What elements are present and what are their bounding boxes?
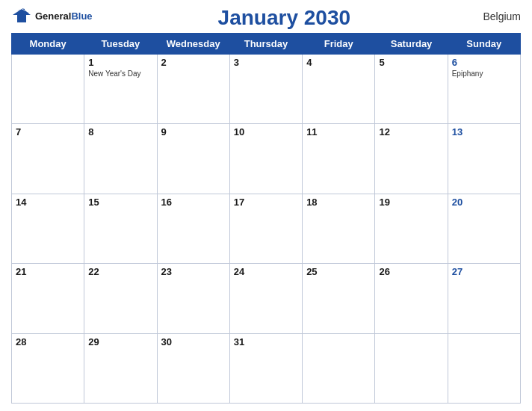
calendar-body: 1New Year's Day23456Epiphany789101112131… [12, 55, 521, 404]
day-number: 16 [161, 197, 226, 208]
day-number: 30 [161, 336, 226, 347]
day-of-week-tuesday: Tuesday [84, 34, 157, 55]
calendar-cell: 5 [375, 55, 448, 124]
week-row-4: 21222324252627 [12, 264, 521, 333]
day-number: 27 [452, 266, 516, 277]
logo-blue: Blue [71, 10, 92, 22]
calendar-cell: 9 [157, 124, 229, 194]
day-number: 24 [234, 266, 298, 277]
calendar-title: January 2030 [93, 6, 476, 30]
day-number: 3 [234, 57, 298, 68]
calendar-cell [375, 333, 448, 403]
day-number: 13 [452, 126, 516, 137]
day-of-week-sunday: Sunday [448, 34, 520, 55]
calendar-cell: 22 [84, 264, 157, 333]
day-number: 5 [379, 57, 443, 68]
week-row-3: 14151617181920 [12, 194, 521, 263]
calendar-cell: 20 [448, 194, 520, 263]
day-number: 22 [88, 266, 152, 277]
calendar-cell: 6Epiphany [448, 55, 520, 124]
calendar-header: MondayTuesdayWednesdayThursdayFridaySatu… [12, 34, 521, 55]
day-number: 21 [16, 266, 80, 277]
week-row-2: 78910111213 [12, 124, 521, 194]
day-number: 15 [88, 197, 152, 208]
calendar-cell: 15 [84, 194, 157, 263]
calendar-cell [303, 333, 375, 403]
calendar-cell: 2 [157, 55, 229, 124]
day-of-week-friday: Friday [303, 34, 375, 55]
holiday-name: New Year's Day [88, 69, 152, 78]
calendar-cell: 11 [303, 124, 375, 194]
day-number: 18 [306, 197, 371, 208]
day-number: 17 [234, 197, 298, 208]
day-number: 20 [452, 197, 516, 208]
calendar-cell: 18 [303, 194, 375, 263]
day-of-week-saturday: Saturday [375, 34, 448, 55]
calendar-cell: 16 [157, 194, 229, 263]
day-number: 12 [379, 126, 443, 137]
calendar-cell: 24 [229, 264, 302, 333]
calendar-cell: 13 [448, 124, 520, 194]
calendar-cell: 30 [157, 333, 229, 403]
country-label: Belgium [476, 10, 521, 22]
day-number: 1 [88, 57, 152, 68]
day-number: 6 [452, 57, 516, 68]
calendar-cell: 8 [84, 124, 157, 194]
calendar-cell: 10 [229, 124, 302, 194]
day-of-week-wednesday: Wednesday [157, 34, 229, 55]
calendar-cell: 31 [229, 333, 302, 403]
calendar-cell: 29 [84, 333, 157, 403]
day-number: 9 [161, 126, 226, 137]
logo-bird-icon [11, 7, 32, 24]
day-number: 28 [16, 336, 80, 347]
logo-text: GeneralBlue [35, 9, 93, 22]
day-number: 2 [161, 57, 226, 68]
day-number: 29 [88, 336, 152, 347]
svg-marker-0 [13, 9, 31, 22]
calendar-table: MondayTuesdayWednesdayThursdayFridaySatu… [11, 33, 521, 404]
calendar-cell: 27 [448, 264, 520, 333]
day-of-week-thursday: Thursday [229, 34, 302, 55]
calendar-cell: 12 [375, 124, 448, 194]
calendar-cell: 23 [157, 264, 229, 333]
day-number: 7 [16, 126, 80, 137]
day-number: 8 [88, 126, 152, 137]
calendar-cell: 26 [375, 264, 448, 333]
day-number: 25 [306, 266, 371, 277]
calendar-cell: 7 [12, 124, 84, 194]
day-of-week-monday: Monday [12, 34, 84, 55]
logo: GeneralBlue [11, 7, 93, 24]
calendar-cell [12, 55, 84, 124]
calendar-cell: 1New Year's Day [84, 55, 157, 124]
calendar-cell: 14 [12, 194, 84, 263]
week-row-1: 1New Year's Day23456Epiphany [12, 55, 521, 124]
calendar-cell: 4 [303, 55, 375, 124]
calendar-cell: 25 [303, 264, 375, 333]
calendar-cell: 21 [12, 264, 84, 333]
week-row-5: 28293031 [12, 333, 521, 403]
calendar-cell [448, 333, 520, 403]
day-number: 26 [379, 266, 443, 277]
day-number: 11 [306, 126, 371, 137]
day-number: 23 [161, 266, 226, 277]
logo-general: General [35, 10, 71, 22]
page-header: GeneralBlue January 2030 Belgium [11, 7, 521, 30]
day-number: 4 [306, 57, 371, 68]
day-number: 31 [234, 336, 298, 347]
calendar-cell: 17 [229, 194, 302, 263]
day-number: 10 [234, 126, 298, 137]
holiday-name: Epiphany [452, 69, 516, 78]
day-number: 14 [16, 197, 80, 208]
day-number: 19 [379, 197, 443, 208]
calendar-cell: 19 [375, 194, 448, 263]
calendar-cell: 3 [229, 55, 302, 124]
calendar-cell: 28 [12, 333, 84, 403]
days-of-week-row: MondayTuesdayWednesdayThursdayFridaySatu… [12, 34, 521, 55]
